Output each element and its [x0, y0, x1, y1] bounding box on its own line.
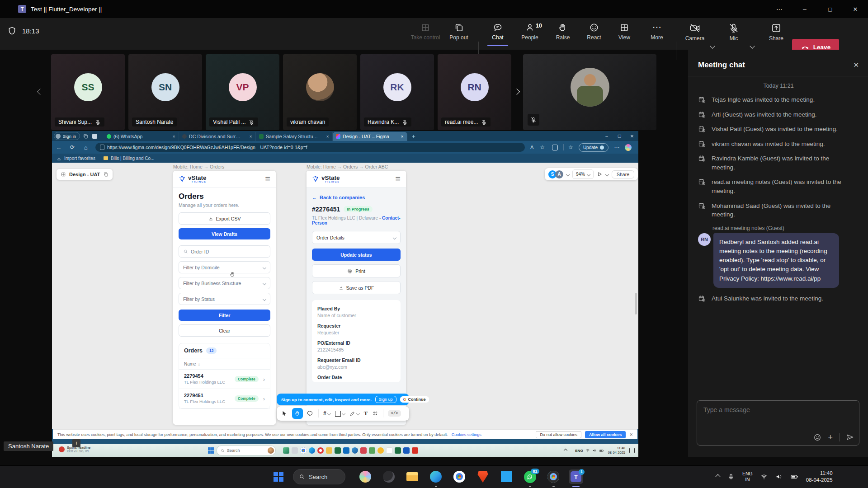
browser-tab-whatsapp[interactable]: (6) WhatsApp ✕	[104, 132, 179, 141]
mail-app-icon[interactable]	[360, 447, 367, 454]
extensions-icon[interactable]	[552, 145, 558, 150]
photos-app-icon[interactable]	[283, 447, 289, 454]
attach-plus-icon[interactable]: +	[828, 433, 833, 441]
read-aloud-icon[interactable]: A	[530, 145, 533, 150]
shared-volume-icon[interactable]	[592, 448, 597, 453]
browser-tab-figma[interactable]: Design - UAT – Figma ✕	[333, 132, 407, 141]
figma-share-button[interactable]: Share	[612, 170, 634, 178]
mic-options-chevron[interactable]	[750, 43, 755, 48]
participant-tile[interactable]: vikram chavan	[283, 54, 357, 130]
maximize-button[interactable]: ▢	[817, 6, 843, 12]
update-status-button[interactable]: Update status	[312, 249, 401, 261]
edge-app-icon[interactable]	[309, 447, 315, 454]
taskbar-clock[interactable]: 11:40 08-04-2025	[806, 470, 833, 483]
emoji-picker-icon[interactable]	[813, 433, 821, 441]
figma-canvas[interactable]: Design - UAT Mobile: Home → Orders Mobil…	[52, 163, 638, 429]
save-as-pdf-button[interactable]: Save as PDF	[312, 281, 401, 294]
edge-taskbar-icon[interactable]	[429, 469, 443, 484]
participant-tile[interactable]: SN Santosh Narate	[128, 54, 202, 130]
shared-wifi-icon[interactable]	[585, 448, 590, 453]
clear-button[interactable]: Clear	[179, 324, 270, 337]
chrome-profile2-taskbar-icon[interactable]	[546, 469, 561, 484]
favorites-import-item[interactable]: Import favorites	[57, 156, 95, 161]
pinned-app-icon[interactable]	[292, 447, 298, 454]
column-header-name[interactable]: Name	[184, 361, 196, 366]
duplicate-icon[interactable]	[103, 172, 108, 177]
export-csv-button[interactable]: Export CSV	[179, 212, 270, 225]
browser-profile-button[interactable]: Sign in	[54, 132, 80, 140]
mic-button[interactable]: Mic	[724, 23, 743, 42]
chevron-down-icon[interactable]	[566, 172, 570, 176]
filter-business-structure-select[interactable]: Filter by Business Structure	[179, 277, 270, 289]
browser-tab-excel-sheet[interactable]: Sample Salary Structure with calc ✕	[256, 132, 333, 141]
frame-tool-icon[interactable]: #	[323, 410, 330, 417]
mobile-frame-order-detail[interactable]: vState FILINGS ☰ ← Back to companies #22…	[307, 171, 406, 425]
order-details-select[interactable]: Order Details	[312, 231, 401, 244]
tray-battery-icon[interactable]	[790, 473, 798, 481]
dev-mode-toggle[interactable]: </>	[388, 410, 401, 417]
pen-tool-icon[interactable]	[349, 411, 359, 417]
order-row[interactable]: 2279454 TL Flex Holdings LLC Complete ›	[179, 370, 270, 389]
comment-tool-icon[interactable]	[307, 410, 314, 417]
shape-tool-icon[interactable]	[335, 411, 345, 417]
nav-back-icon[interactable]: ←	[52, 144, 66, 151]
send-message-icon[interactable]	[846, 433, 854, 441]
close-button[interactable]: ✕	[843, 6, 868, 13]
share-screen-button[interactable]: Share	[765, 23, 788, 42]
workspaces-icon[interactable]	[83, 133, 89, 139]
tray-show-hidden-chevron[interactable]	[715, 474, 720, 479]
participant-tile[interactable]: SS Shivani Sup...	[51, 54, 125, 130]
hamburger-menu-icon[interactable]: ☰	[395, 176, 401, 183]
cookie-settings-link[interactable]: Cookies settings	[452, 432, 481, 437]
favorites-bar-icon[interactable]: ☆	[568, 144, 573, 150]
favorite-star-icon[interactable]: ☆	[540, 144, 545, 150]
nav-home-icon[interactable]: ⌂	[79, 144, 93, 151]
outlook-app-icon[interactable]	[343, 447, 349, 454]
defender-app-icon[interactable]	[352, 447, 358, 454]
participant-tile[interactable]: RN read.ai mee...	[438, 54, 511, 130]
browser-settings-icon[interactable]: ⋯	[614, 144, 619, 150]
tray-mic-icon[interactable]	[727, 473, 735, 480]
mobile-frame-orders[interactable]: vState FILINGS ☰ Orders Manage all your …	[173, 171, 276, 425]
browser-minimize-button[interactable]: –	[600, 134, 613, 139]
shared-search-box[interactable]: Search	[217, 446, 276, 455]
order-row[interactable]: 2279451 TL Flex Holdings LLC Complete ›	[179, 389, 270, 408]
participant-tile[interactable]: VP Vishal Patil ...	[206, 54, 279, 130]
chrome-app-icon[interactable]	[300, 447, 307, 454]
people-button[interactable]: 10 People	[516, 23, 543, 41]
filter-status-select[interactable]: Filter by Status	[179, 293, 270, 305]
shared-start-icon[interactable]	[208, 447, 214, 454]
google-app-icon[interactable]	[386, 447, 392, 454]
shared-notifications-icon[interactable]	[629, 448, 635, 453]
chat-panel-close-icon[interactable]: ✕	[853, 61, 859, 69]
shared-battery-icon[interactable]	[599, 448, 604, 453]
zoom-level-select[interactable]: 94%	[572, 169, 594, 179]
participant-tile[interactable]: RK Ravindra K...	[360, 54, 434, 130]
share-zoom-plus-button[interactable]: +	[72, 439, 80, 447]
browser-update-button[interactable]: Update	[579, 143, 609, 152]
tab-close-icon[interactable]: ✕	[326, 135, 329, 139]
clock-app-icon[interactable]	[377, 447, 384, 454]
raise-hand-button[interactable]: Raise	[552, 23, 573, 41]
prototype-play-icon[interactable]	[597, 171, 603, 177]
frame-label[interactable]: Mobile: Home → Orders	[173, 164, 224, 169]
back-to-companies-link[interactable]: ← Back to companies	[312, 195, 401, 200]
tab-close-icon[interactable]: ✕	[401, 135, 404, 139]
filter-button[interactable]: Filter	[179, 310, 270, 321]
nav-refresh-icon[interactable]: ⟳	[66, 144, 79, 150]
view-drafts-button[interactable]: View Drafts	[179, 228, 270, 239]
tab-actions-icon[interactable]	[92, 134, 97, 139]
print-button[interactable]: Print	[312, 264, 401, 277]
file-explorer-taskbar-icon[interactable]	[405, 469, 420, 484]
sort-down-icon[interactable]: ↓	[198, 361, 200, 366]
deny-cookies-button[interactable]: Do not allow cookies	[536, 431, 581, 438]
vscode-taskbar-icon[interactable]	[499, 469, 514, 484]
spotlight-participant-tile[interactable]	[523, 54, 656, 130]
chat-button[interactable]: Chat	[487, 23, 508, 41]
move-tool-icon[interactable]	[281, 410, 288, 417]
message-bubble[interactable]: Redberyl and Santosh added read.ai meeti…	[713, 233, 839, 288]
frame-label[interactable]: Mobile: Home → Orders → Order ABC	[307, 164, 388, 169]
resources-tool-icon[interactable]	[372, 410, 378, 417]
react-button[interactable]: React	[583, 23, 605, 41]
pdf-app-icon[interactable]	[412, 447, 418, 454]
